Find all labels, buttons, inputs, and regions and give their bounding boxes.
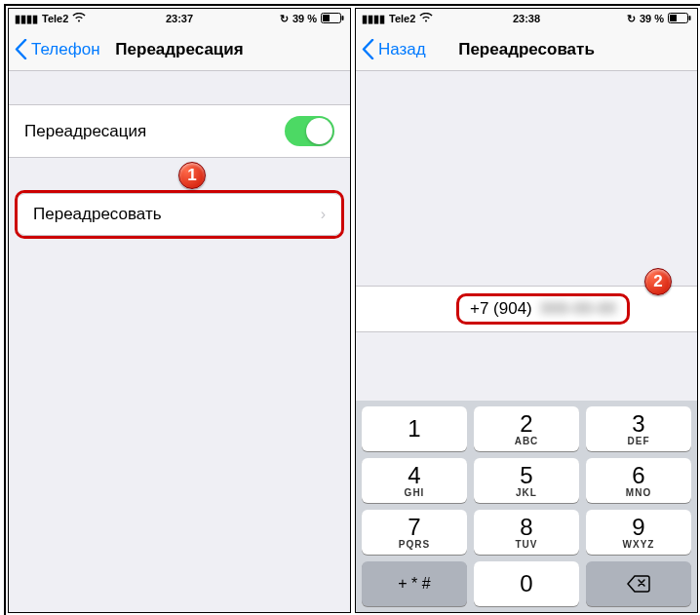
callout-badge-1: 1 (178, 162, 206, 189)
page-title: Переадресовать (458, 40, 595, 59)
key-7[interactable]: 7PQRS (362, 510, 467, 555)
back-label: Назад (378, 40, 426, 59)
key-4[interactable]: 4GHI (362, 458, 467, 503)
wifi-icon (72, 13, 86, 24)
screenshot-left: ▮▮▮▮ Tele2 23:37 ↻ 39 % Телефон Переадре… (8, 8, 351, 613)
nav-bar: Назад Переадресовать (356, 28, 697, 71)
wifi-icon (419, 13, 433, 24)
key-0[interactable]: 0 (474, 561, 579, 606)
key-delete[interactable] (586, 561, 691, 606)
sync-icon: ↻ (627, 13, 636, 25)
battery-label: 39 % (640, 13, 664, 24)
phone-input-row[interactable]: +7 (904) 000-00-00 (356, 286, 697, 332)
carrier-label: Tele2 (389, 13, 415, 24)
clock-label: 23:38 (513, 13, 540, 24)
svg-rect-5 (689, 16, 691, 20)
forward-to-label: Переадресовать (33, 205, 162, 224)
phone-value-blurred: 000-00-00 (541, 299, 617, 318)
status-bar: ▮▮▮▮ Tele2 23:37 ↻ 39 % (9, 9, 350, 28)
back-button[interactable]: Назад (356, 39, 426, 59)
forward-to-row[interactable]: Переадресовать › (18, 193, 341, 236)
svg-rect-2 (342, 16, 344, 20)
toggle-switch[interactable] (285, 116, 334, 146)
numeric-keypad: 1 2ABC 3DEF 4GHI 5JKL 6MNO 7PQRS 8TUV 9W… (356, 401, 697, 612)
key-6[interactable]: 6MNO (586, 458, 691, 503)
forwarding-toggle-row[interactable]: Переадресация (9, 104, 350, 158)
battery-icon (668, 13, 691, 25)
signal-icon: ▮▮▮▮ (15, 13, 38, 25)
key-symbols[interactable]: + * # (362, 561, 467, 606)
chevron-right-icon: › (321, 206, 326, 223)
svg-rect-4 (670, 15, 677, 21)
carrier-label: Tele2 (42, 13, 68, 24)
forward-to-highlight: Переадресовать › (15, 190, 344, 239)
back-button[interactable]: Телефон (9, 39, 100, 59)
key-9[interactable]: 9WXYZ (586, 510, 691, 555)
signal-icon: ▮▮▮▮ (362, 13, 385, 25)
back-label: Телефон (31, 40, 100, 59)
key-2[interactable]: 2ABC (474, 406, 579, 451)
svg-rect-1 (323, 15, 330, 21)
nav-bar: Телефон Переадресация (9, 28, 350, 71)
battery-icon (321, 13, 344, 25)
backspace-icon (627, 575, 650, 593)
clock-label: 23:37 (166, 13, 193, 24)
page-title: Переадресация (115, 40, 243, 59)
sync-icon: ↻ (280, 13, 289, 25)
battery-label: 39 % (292, 13, 317, 24)
key-8[interactable]: 8TUV (474, 510, 579, 555)
key-5[interactable]: 5JKL (474, 458, 579, 503)
status-bar: ▮▮▮▮ Tele2 23:38 ↻ 39 % (356, 9, 697, 28)
key-1[interactable]: 1 (362, 406, 467, 451)
forwarding-label: Переадресация (24, 122, 146, 141)
key-3[interactable]: 3DEF (586, 406, 691, 451)
screenshot-right: ▮▮▮▮ Tele2 23:38 ↻ 39 % Назад Переадресо… (355, 8, 698, 613)
callout-badge-2: 2 (644, 268, 672, 295)
